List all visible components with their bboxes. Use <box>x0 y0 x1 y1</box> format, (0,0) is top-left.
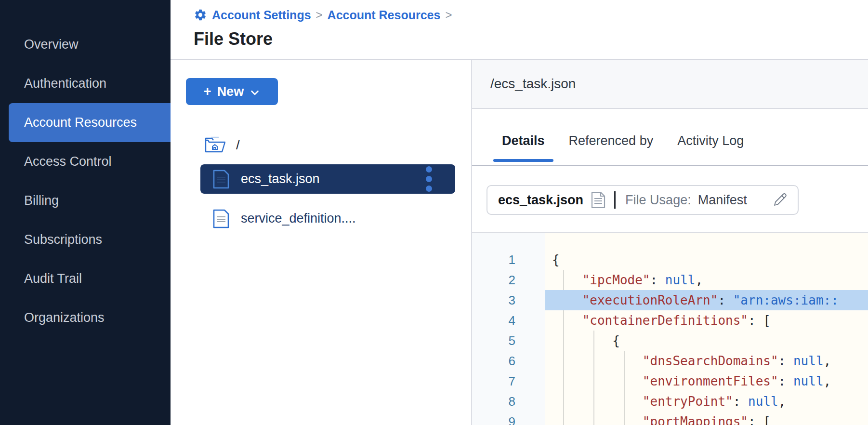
indent-guide <box>624 391 625 412</box>
chevron-down-icon <box>250 87 260 98</box>
page-header: Account Settings > Account Resources > F… <box>171 0 868 60</box>
sidebar-item-authentication[interactable]: Authentication <box>0 64 171 103</box>
line-number: 8 <box>472 391 545 412</box>
sidebar-item-subscriptions[interactable]: Subscriptions <box>0 220 171 259</box>
code-line: "ipcMode": null, <box>545 270 868 290</box>
line-number: 3 <box>472 290 545 310</box>
code-token: { <box>552 252 560 267</box>
file-info-card: ecs_task.json File Usage: Manifest <box>487 185 799 215</box>
sidebar-item-account-resources[interactable]: Account Resources <box>9 103 171 142</box>
indent-guide <box>563 331 564 351</box>
new-button[interactable]: + New <box>186 78 278 105</box>
code-token: null <box>793 374 824 388</box>
indent-guide <box>593 331 594 351</box>
code-token: null <box>793 354 824 368</box>
line-number: 4 <box>472 310 545 331</box>
file-path-header: /ecs_task.json <box>472 60 868 109</box>
sidebar-nav: OverviewAuthenticationAccount ResourcesA… <box>0 0 171 425</box>
breadcrumb-link-account-settings[interactable]: Account Settings <box>212 8 311 22</box>
file-name: ecs_task.json <box>241 172 320 186</box>
file-row-ecs_task-json[interactable]: ecs_task.json <box>200 164 455 194</box>
code-token: , <box>695 273 703 287</box>
breadcrumb-separator: > <box>445 8 452 22</box>
indent-guide <box>563 351 564 371</box>
code-line: "dnsSearchDomains": null, <box>545 351 868 371</box>
breadcrumb: Account Settings > Account Resources > <box>194 7 868 23</box>
code-token: , <box>824 374 831 388</box>
indent-guide <box>593 412 594 425</box>
file-row-service_definition-[interactable]: service_definition.... <box>200 204 455 233</box>
line-number: 1 <box>472 250 545 270</box>
code-token <box>552 414 643 425</box>
line-number: 5 <box>472 331 545 351</box>
code-token: : <box>778 374 793 388</box>
file-card-zone: ecs_task.json File Usage: Manifest <box>472 166 868 232</box>
tab-referenced-by[interactable]: Referenced by <box>560 133 662 165</box>
divider <box>614 191 616 209</box>
line-number: 2 <box>472 270 545 290</box>
file-name: service_definition.... <box>241 211 356 226</box>
file-menu-kebab-icon[interactable] <box>426 166 432 192</box>
indent-guide <box>563 371 564 391</box>
code-token: "executionRoleArn" <box>582 293 718 307</box>
sidebar-item-audit-trail[interactable]: Audit Trail <box>0 259 171 298</box>
code-token: "arn:aws:iam:: <box>733 293 839 307</box>
code-token: : [ <box>748 313 771 328</box>
breadcrumb-separator: > <box>316 8 323 22</box>
code-token: : <box>650 273 665 287</box>
file-usage-label: File Usage: <box>625 193 691 208</box>
edit-pencil-icon[interactable] <box>772 192 788 208</box>
file-card-name: ecs_task.json <box>498 193 583 208</box>
root-folder-row[interactable]: / <box>204 136 240 154</box>
new-button-label: New <box>217 84 244 99</box>
tab-activity-log[interactable]: Activity Log <box>669 133 752 165</box>
code-token: : <box>718 293 733 307</box>
sidebar-item-billing[interactable]: Billing <box>0 181 171 220</box>
indent-guide <box>593 391 594 412</box>
file-usage-value: Manifest <box>698 193 747 208</box>
tab-details[interactable]: Details <box>493 133 553 165</box>
plus-icon: + <box>204 84 211 99</box>
breadcrumb-link-account-resources[interactable]: Account Resources <box>328 8 441 22</box>
app-root: OverviewAuthenticationAccount ResourcesA… <box>0 0 868 425</box>
code-token: null <box>748 394 778 409</box>
root-folder-label: / <box>236 137 240 153</box>
document-icon <box>591 191 605 209</box>
code-token: "portMappings" <box>643 414 748 425</box>
line-number: 6 <box>472 351 545 371</box>
code-token <box>552 354 643 368</box>
code-token: : <box>778 354 793 368</box>
code-token: "dnsSearchDomains" <box>643 354 778 368</box>
code-line: { <box>545 331 868 351</box>
code-token: , <box>778 394 786 409</box>
indent-guide <box>563 391 564 412</box>
content-panes: + New / ecs_task.jsonservice_defin <box>171 60 868 425</box>
code-token: "environmentFiles" <box>643 374 778 388</box>
indent-guide <box>624 412 625 425</box>
gear-icon <box>194 8 207 22</box>
code-token: , <box>824 354 831 368</box>
code-token <box>552 394 643 409</box>
indent-guide <box>593 371 594 391</box>
indent-guide <box>563 310 564 331</box>
code-line: "containerDefinitions": [ <box>545 310 868 331</box>
indent-guide <box>624 371 625 391</box>
code-viewer[interactable]: 123456789 { "ipcMode": null, "executionR… <box>472 232 868 425</box>
file-path: /ecs_task.json <box>490 76 576 92</box>
code-token: "containerDefinitions" <box>582 313 748 328</box>
main-area: Account Settings > Account Resources > F… <box>171 0 868 425</box>
file-detail-pane: /ecs_task.json DetailsReferenced byActiv… <box>471 60 868 425</box>
code-line: { <box>545 250 868 270</box>
code-token <box>552 313 582 328</box>
code-token: : [ <box>748 414 771 425</box>
line-number: 7 <box>472 371 545 391</box>
code-line: "portMappings": [ <box>545 412 868 425</box>
indent-guide <box>624 351 625 371</box>
code-token: "entryPoint" <box>643 394 733 409</box>
sidebar-item-access-control[interactable]: Access Control <box>0 142 171 181</box>
code-token <box>552 293 582 307</box>
code-line-highlighted: "executionRoleArn": "arn:aws:iam:: <box>545 290 868 310</box>
sidebar-item-organizations[interactable]: Organizations <box>0 298 171 337</box>
detail-tabs: DetailsReferenced byActivity Log <box>472 109 868 166</box>
sidebar-item-overview[interactable]: Overview <box>0 25 171 64</box>
